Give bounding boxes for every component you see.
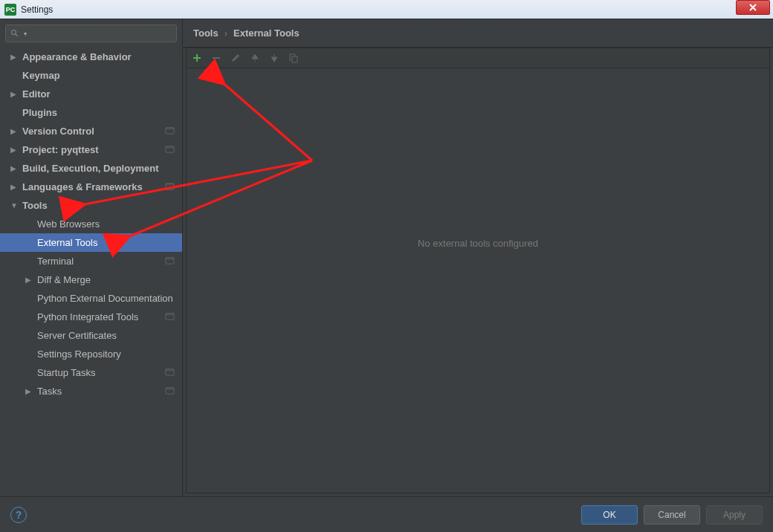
chevron-right-icon: ▶ — [10, 183, 19, 191]
copy-button — [288, 52, 300, 64]
chevron-right-icon: ▶ — [25, 276, 34, 284]
breadcrumb: Tools › External Tools — [183, 19, 773, 48]
project-scope-icon — [165, 126, 175, 137]
tree-item-python-external-documentation[interactable]: ·Python External Documentation — [0, 289, 182, 308]
tree-item-label: Python External Documentation — [37, 293, 173, 304]
chevron-right-icon: ▶ — [10, 90, 19, 98]
tree-item-label: Languages & Frameworks — [22, 181, 143, 192]
svg-point-0 — [12, 30, 16, 35]
chevron-right-icon: ▶ — [10, 53, 19, 61]
svg-rect-9 — [166, 257, 174, 259]
tree-item-terminal[interactable]: ·Terminal — [0, 252, 182, 270]
dialog-footer: ? OK Cancel Apply — [0, 496, 773, 532]
svg-rect-5 — [166, 146, 174, 148]
chevron-right-icon: ▶ — [10, 146, 19, 154]
search-input[interactable]: ▾ — [5, 25, 177, 42]
close-button[interactable] — [736, 0, 770, 15]
tree-item-external-tools[interactable]: ·External Tools — [0, 233, 182, 252]
tree-item-label: Server Certificates — [37, 330, 117, 341]
tree-item-keymap[interactable]: ·Keymap — [0, 66, 182, 85]
project-scope-icon — [165, 181, 175, 193]
chevron-right-icon: ▶ — [25, 387, 34, 395]
svg-rect-7 — [166, 183, 174, 185]
project-scope-icon — [165, 256, 175, 267]
tree-item-label: Settings Repository — [37, 348, 121, 360]
ok-button[interactable]: OK — [581, 505, 638, 525]
tree-item-label: Web Browsers — [37, 218, 100, 230]
svg-rect-3 — [166, 127, 174, 129]
down-icon — [269, 53, 279, 63]
tree-item-appearance-behavior[interactable]: ▶Appearance & Behavior — [0, 48, 182, 66]
search-dropdown-icon: ▾ — [24, 30, 27, 37]
project-scope-icon — [165, 311, 175, 323]
up-button — [249, 52, 261, 64]
tree-item-settings-repository[interactable]: ·Settings Repository — [0, 345, 182, 363]
remove-icon — [211, 53, 221, 63]
tree-item-label: External Tools — [37, 237, 97, 248]
tree-item-label: Editor — [22, 88, 51, 100]
breadcrumb-leaf: External Tools — [233, 27, 300, 39]
tree-item-label: Plugins — [22, 107, 57, 118]
tree-item-python-integrated-tools[interactable]: ·Python Integrated Tools — [0, 308, 182, 326]
svg-rect-13 — [166, 369, 174, 371]
breadcrumb-separator: › — [224, 27, 227, 39]
tree-item-label: Keymap — [22, 70, 60, 81]
up-icon — [250, 53, 260, 63]
tree-item-label: Python Integrated Tools — [37, 311, 138, 322]
down-button — [268, 52, 280, 64]
copy-icon — [288, 53, 299, 63]
remove-button — [210, 52, 222, 64]
add-icon — [192, 53, 202, 63]
project-scope-icon — [165, 386, 175, 398]
chevron-right-icon: ▶ — [10, 127, 19, 135]
tree-item-label: Tasks — [37, 386, 62, 397]
tree-item-plugins[interactable]: ·Plugins — [0, 103, 182, 122]
external-tools-list: No external tools configured — [186, 68, 770, 493]
edit-icon — [230, 53, 241, 63]
tree-item-tools[interactable]: ▼Tools — [0, 196, 182, 215]
chevron-right-icon: ▶ — [10, 164, 19, 172]
svg-rect-11 — [166, 313, 174, 315]
tree-item-version-control[interactable]: ▶Version Control — [0, 122, 182, 140]
tree-item-label: Startup Tasks — [37, 367, 96, 378]
tree-item-startup-tasks[interactable]: ·Startup Tasks — [0, 363, 182, 382]
breadcrumb-root[interactable]: Tools — [193, 27, 219, 39]
titlebar: PC Settings — [0, 0, 773, 19]
settings-sidebar: ▾ ▶Appearance & Behavior·Keymap▶Editor·P… — [0, 19, 183, 496]
tree-item-editor[interactable]: ▶Editor — [0, 85, 182, 103]
search-icon — [10, 29, 19, 38]
tree-item-label: Diff & Merge — [37, 274, 91, 285]
tree-item-web-browsers[interactable]: ·Web Browsers — [0, 215, 182, 233]
tree-item-label: Build, Execution, Deployment — [22, 163, 158, 174]
external-tools-toolbar — [186, 48, 770, 68]
tree-item-label: Appearance & Behavior — [22, 51, 132, 62]
settings-tree[interactable]: ▶Appearance & Behavior·Keymap▶Editor·Plu… — [0, 48, 182, 496]
help-button[interactable]: ? — [10, 507, 27, 523]
window-title: Settings — [21, 4, 53, 15]
svg-rect-15 — [166, 387, 174, 389]
tree-item-label: Project: pyqttest — [22, 144, 99, 155]
tree-item-diff-merge[interactable]: ▶Diff & Merge — [0, 270, 182, 289]
edit-button — [230, 52, 242, 64]
project-scope-icon — [165, 367, 175, 379]
tree-item-project-pyqttest[interactable]: ▶Project: pyqttest — [0, 140, 182, 159]
app-icon: PC — [4, 4, 16, 16]
tree-item-build-execution-deployment[interactable]: ▶Build, Execution, Deployment — [0, 159, 182, 178]
empty-placeholder: No external tools configured — [418, 238, 538, 249]
chevron-down-icon: ▼ — [10, 201, 19, 210]
tree-item-server-certificates[interactable]: ·Server Certificates — [0, 326, 182, 345]
tree-item-languages-frameworks[interactable]: ▶Languages & Frameworks — [0, 178, 182, 196]
tree-item-label: Terminal — [37, 256, 74, 267]
cancel-button[interactable]: Cancel — [644, 505, 700, 525]
close-icon — [748, 3, 757, 12]
svg-line-1 — [16, 34, 18, 36]
tree-item-label: Version Control — [22, 126, 94, 137]
project-scope-icon — [165, 144, 175, 156]
settings-detail-panel: Tools › External Tools No external tools… — [183, 19, 773, 496]
apply-button[interactable]: Apply — [706, 505, 763, 525]
svg-rect-17 — [292, 56, 297, 62]
tree-item-label: Tools — [22, 200, 48, 211]
tree-item-tasks[interactable]: ▶Tasks — [0, 382, 182, 400]
add-button[interactable] — [191, 52, 203, 64]
